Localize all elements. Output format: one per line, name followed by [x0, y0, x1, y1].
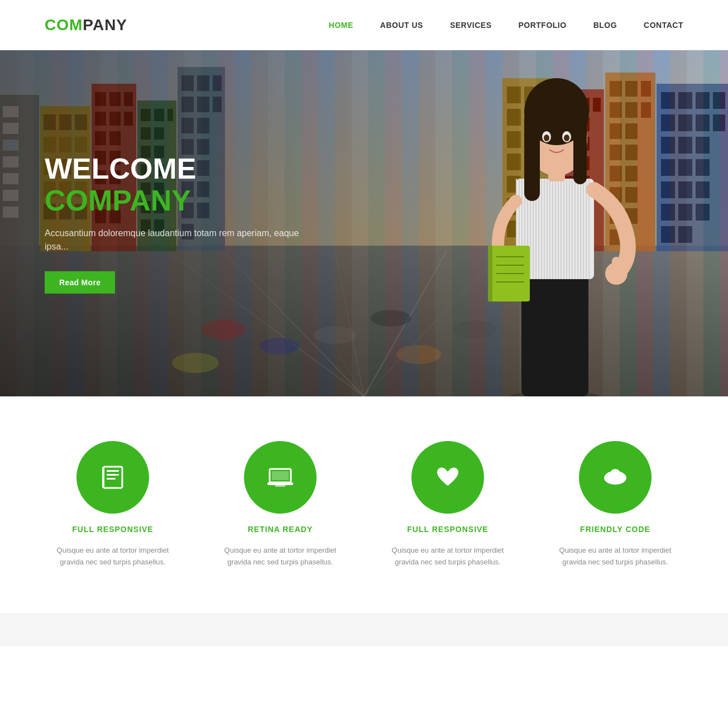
- svg-rect-184: [561, 179, 562, 279]
- nav-contact[interactable]: CONTACT: [644, 21, 683, 30]
- svg-rect-182: [555, 179, 556, 279]
- svg-rect-205: [612, 257, 621, 274]
- svg-rect-181: [552, 179, 553, 279]
- svg-rect-214: [107, 474, 119, 476]
- hero-welcome: WELCOME: [45, 152, 197, 185]
- feature-title-1: FULL RESPONSIVE: [72, 525, 153, 534]
- feature-desc-2: Quisque eu ante at tortor imperdiet grav…: [219, 545, 342, 568]
- hero-person-svg: [466, 67, 644, 396]
- features-grid: FULL RESPONSIVE Quisque eu ante at torto…: [40, 441, 688, 568]
- svg-rect-166: [521, 268, 588, 396]
- svg-rect-199: [573, 112, 587, 184]
- nav-blog[interactable]: BLOG: [593, 21, 617, 30]
- svg-rect-219: [267, 482, 293, 485]
- svg-rect-191: [580, 179, 581, 279]
- svg-rect-216: [102, 467, 104, 488]
- hero-section: WELCOME COMPANY Accusantium doloremque l…: [0, 50, 728, 396]
- feature-icon-cloud: [579, 441, 652, 514]
- hero-title: WELCOME COMPANY: [45, 153, 313, 217]
- hero-subtitle: Accusantium doloremque laudantium totam …: [45, 227, 313, 253]
- feature-title-3: FULL RESPONSIVE: [407, 525, 488, 534]
- read-more-button[interactable]: Read More: [45, 271, 115, 294]
- logo-com: COM: [45, 16, 83, 33]
- nav-about[interactable]: ABOUT US: [380, 21, 423, 30]
- feature-friendly: FRIENDLY CODE Quisque eu ante at tortor …: [543, 441, 688, 568]
- svg-rect-220: [275, 485, 285, 487]
- hero-company: COMPANY: [45, 184, 191, 217]
- logo[interactable]: COMPANY: [45, 16, 127, 34]
- svg-rect-178: [544, 179, 545, 279]
- main-nav: HOME ABOUT US SERVICES PORTFOLIO BLOG CO…: [329, 21, 683, 30]
- feature-retina: RETINA READY Quisque eu ante at tortor i…: [208, 441, 353, 568]
- svg-rect-188: [572, 179, 573, 279]
- feature-responsive-2: FULL RESPONSIVE Quisque eu ante at torto…: [375, 441, 520, 568]
- svg-rect-187: [569, 179, 570, 279]
- feature-responsive-1: FULL RESPONSIVE Quisque eu ante at torto…: [40, 441, 185, 568]
- feature-title-4: FRIENDLY CODE: [580, 525, 650, 534]
- feature-desc-4: Quisque eu ante at tortor imperdiet grav…: [554, 545, 677, 568]
- features-section: FULL RESPONSIVE Quisque eu ante at torto…: [0, 396, 728, 613]
- svg-point-202: [544, 135, 549, 141]
- feature-desc-3: Quisque eu ante at tortor imperdiet grav…: [386, 545, 509, 568]
- svg-rect-212: [103, 467, 122, 488]
- svg-rect-180: [549, 179, 550, 279]
- feature-icon-book: [76, 441, 149, 514]
- svg-rect-193: [586, 179, 587, 279]
- svg-rect-207: [488, 246, 492, 301]
- nav-services[interactable]: SERVICES: [450, 21, 492, 30]
- feature-icon-laptop: [244, 441, 317, 514]
- nav-home[interactable]: HOME: [329, 21, 353, 30]
- svg-point-226: [615, 472, 624, 481]
- svg-rect-189: [574, 179, 576, 279]
- hero-content: WELCOME COMPANY Accusantium doloremque l…: [45, 153, 313, 294]
- logo-pany: PANY: [83, 16, 127, 33]
- svg-rect-179: [547, 179, 548, 279]
- svg-rect-192: [583, 179, 584, 279]
- feature-desc-1: Quisque eu ante at tortor imperdiet grav…: [51, 545, 174, 568]
- header: COMPANY HOME ABOUT US SERVICES PORTFOLIO…: [0, 0, 728, 50]
- svg-rect-198: [524, 112, 540, 201]
- feature-icon-heart: [411, 441, 484, 514]
- svg-rect-185: [563, 179, 564, 279]
- svg-rect-190: [577, 179, 578, 279]
- footer-gray: [0, 613, 728, 646]
- feature-title-2: RETINA READY: [248, 525, 313, 534]
- svg-point-203: [564, 135, 569, 141]
- nav-portfolio[interactable]: PORTFOLIO: [518, 21, 566, 30]
- svg-point-225: [606, 472, 615, 481]
- svg-rect-215: [107, 478, 116, 480]
- svg-rect-183: [558, 179, 559, 279]
- svg-rect-218: [272, 471, 289, 480]
- svg-rect-177: [541, 179, 542, 279]
- svg-rect-186: [566, 179, 567, 279]
- svg-rect-213: [107, 470, 119, 472]
